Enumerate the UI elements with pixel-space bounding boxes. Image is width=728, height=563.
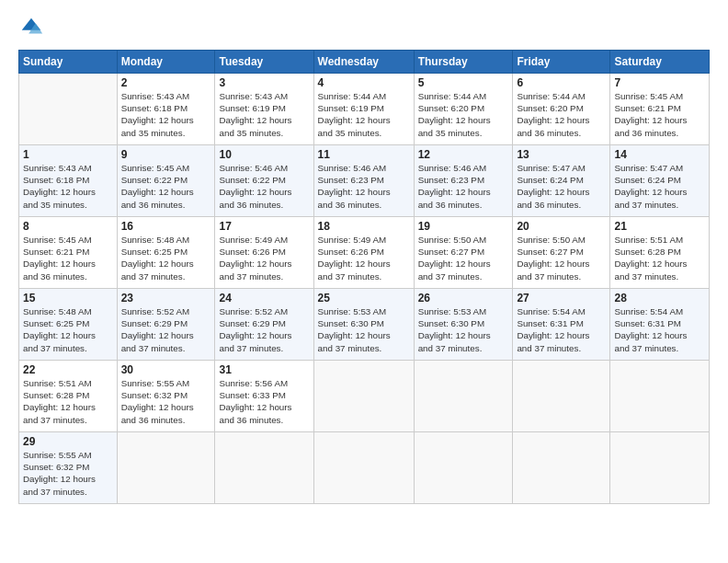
calendar-cell: 8Sunrise: 5:45 AM Sunset: 6:21 PM Daylig…: [19, 217, 118, 289]
day-info: Sunrise: 5:47 AM Sunset: 6:24 PM Dayligh…: [614, 162, 705, 211]
calendar-week-5: 22Sunrise: 5:51 AM Sunset: 6:28 PM Dayli…: [19, 361, 710, 432]
day-info: Sunrise: 5:47 AM Sunset: 6:24 PM Dayligh…: [517, 162, 606, 211]
calendar-header-wednesday: Wednesday: [313, 51, 414, 74]
day-info: Sunrise: 5:46 AM Sunset: 6:23 PM Dayligh…: [418, 162, 509, 211]
day-number: 20: [517, 220, 606, 233]
day-info: Sunrise: 5:53 AM Sunset: 6:30 PM Dayligh…: [318, 305, 410, 354]
day-info: Sunrise: 5:50 AM Sunset: 6:27 PM Dayligh…: [517, 234, 606, 282]
calendar-cell: 7Sunrise: 5:45 AM Sunset: 6:21 PM Daylig…: [610, 74, 710, 145]
day-info: Sunrise: 5:56 AM Sunset: 6:33 PM Dayligh…: [219, 377, 309, 426]
page: SundayMondayTuesdayWednesdayThursdayFrid…: [0, 0, 728, 563]
calendar-cell: 16Sunrise: 5:48 AM Sunset: 6:25 PM Dayli…: [117, 217, 215, 289]
header: [18, 15, 710, 40]
logo-icon: [18, 15, 44, 40]
day-info: Sunrise: 5:51 AM Sunset: 6:28 PM Dayligh…: [614, 234, 705, 282]
day-number: 24: [219, 292, 309, 304]
calendar-header-sunday: Sunday: [19, 51, 118, 74]
calendar-cell: [414, 432, 513, 504]
day-number: 15: [23, 292, 113, 304]
calendar-week-1: 2Sunrise: 5:43 AM Sunset: 6:18 PM Daylig…: [19, 74, 710, 145]
day-number: 7: [614, 76, 705, 89]
calendar-cell: 27Sunrise: 5:54 AM Sunset: 6:31 PM Dayli…: [513, 289, 610, 361]
day-number: 29: [23, 435, 113, 448]
day-number: 11: [318, 148, 410, 161]
day-number: 18: [318, 220, 410, 233]
calendar-cell: 26Sunrise: 5:53 AM Sunset: 6:30 PM Dayli…: [414, 289, 513, 361]
calendar-header-row: SundayMondayTuesdayWednesdayThursdayFrid…: [19, 51, 710, 74]
day-number: 12: [418, 148, 509, 161]
calendar-cell: 30Sunrise: 5:55 AM Sunset: 6:32 PM Dayli…: [117, 361, 215, 432]
calendar-cell: 25Sunrise: 5:53 AM Sunset: 6:30 PM Dayli…: [313, 289, 414, 361]
calendar-header-saturday: Saturday: [610, 51, 710, 74]
day-number: 25: [318, 292, 410, 304]
day-info: Sunrise: 5:55 AM Sunset: 6:32 PM Dayligh…: [121, 377, 211, 426]
day-info: Sunrise: 5:48 AM Sunset: 6:25 PM Dayligh…: [121, 234, 211, 282]
day-number: 17: [219, 220, 309, 233]
calendar-cell: 18Sunrise: 5:49 AM Sunset: 6:26 PM Dayli…: [313, 217, 414, 289]
calendar-cell: 21Sunrise: 5:51 AM Sunset: 6:28 PM Dayli…: [610, 217, 710, 289]
calendar-cell: [610, 432, 710, 504]
day-info: Sunrise: 5:43 AM Sunset: 6:19 PM Dayligh…: [219, 90, 309, 139]
day-number: 5: [418, 76, 509, 89]
day-info: Sunrise: 5:48 AM Sunset: 6:25 PM Dayligh…: [23, 305, 113, 354]
calendar-cell: 24Sunrise: 5:52 AM Sunset: 6:29 PM Dayli…: [215, 289, 313, 361]
calendar-cell: 29Sunrise: 5:55 AM Sunset: 6:32 PM Dayli…: [19, 432, 118, 504]
day-number: 31: [219, 363, 309, 376]
calendar-cell: 31Sunrise: 5:56 AM Sunset: 6:33 PM Dayli…: [215, 361, 313, 432]
day-number: 8: [23, 220, 113, 233]
day-number: 3: [219, 76, 309, 89]
calendar-cell: 9Sunrise: 5:45 AM Sunset: 6:22 PM Daylig…: [117, 145, 215, 217]
calendar-cell: 28Sunrise: 5:54 AM Sunset: 6:31 PM Dayli…: [610, 289, 710, 361]
day-info: Sunrise: 5:52 AM Sunset: 6:29 PM Dayligh…: [219, 305, 309, 354]
calendar-cell: 1Sunrise: 5:43 AM Sunset: 6:18 PM Daylig…: [19, 145, 118, 217]
logo: [18, 15, 48, 40]
day-info: Sunrise: 5:45 AM Sunset: 6:21 PM Dayligh…: [23, 234, 113, 282]
day-number: 16: [121, 220, 211, 233]
calendar-cell: [513, 361, 610, 432]
day-info: Sunrise: 5:46 AM Sunset: 6:22 PM Dayligh…: [219, 162, 309, 211]
day-number: 30: [121, 363, 211, 376]
day-info: Sunrise: 5:51 AM Sunset: 6:28 PM Dayligh…: [23, 377, 113, 426]
day-info: Sunrise: 5:55 AM Sunset: 6:32 PM Dayligh…: [23, 449, 113, 498]
calendar-cell: 12Sunrise: 5:46 AM Sunset: 6:23 PM Dayli…: [414, 145, 513, 217]
day-number: 6: [517, 76, 606, 89]
calendar-cell: 11Sunrise: 5:46 AM Sunset: 6:23 PM Dayli…: [313, 145, 414, 217]
calendar-header-tuesday: Tuesday: [215, 51, 313, 74]
calendar-cell: [215, 432, 313, 504]
calendar-cell: 23Sunrise: 5:52 AM Sunset: 6:29 PM Dayli…: [117, 289, 215, 361]
day-info: Sunrise: 5:44 AM Sunset: 6:20 PM Dayligh…: [418, 90, 509, 139]
calendar-cell: 6Sunrise: 5:44 AM Sunset: 6:20 PM Daylig…: [513, 74, 610, 145]
day-info: Sunrise: 5:54 AM Sunset: 6:31 PM Dayligh…: [614, 305, 705, 354]
calendar-cell: [513, 432, 610, 504]
calendar-cell: [117, 432, 215, 504]
calendar-cell: [313, 432, 414, 504]
day-number: 9: [121, 148, 211, 161]
calendar-cell: 13Sunrise: 5:47 AM Sunset: 6:24 PM Dayli…: [513, 145, 610, 217]
calendar-week-2: 1Sunrise: 5:43 AM Sunset: 6:18 PM Daylig…: [19, 145, 710, 217]
calendar-week-3: 8Sunrise: 5:45 AM Sunset: 6:21 PM Daylig…: [19, 217, 710, 289]
day-info: Sunrise: 5:44 AM Sunset: 6:20 PM Dayligh…: [517, 90, 606, 139]
calendar-header-thursday: Thursday: [414, 51, 513, 74]
calendar-cell: 15Sunrise: 5:48 AM Sunset: 6:25 PM Dayli…: [19, 289, 118, 361]
day-number: 22: [23, 363, 113, 376]
day-number: 19: [418, 220, 509, 233]
day-info: Sunrise: 5:54 AM Sunset: 6:31 PM Dayligh…: [517, 305, 606, 354]
day-info: Sunrise: 5:43 AM Sunset: 6:18 PM Dayligh…: [23, 162, 113, 211]
calendar-header-friday: Friday: [513, 51, 610, 74]
day-info: Sunrise: 5:49 AM Sunset: 6:26 PM Dayligh…: [219, 234, 309, 282]
calendar-cell: 14Sunrise: 5:47 AM Sunset: 6:24 PM Dayli…: [610, 145, 710, 217]
day-info: Sunrise: 5:44 AM Sunset: 6:19 PM Dayligh…: [318, 90, 410, 139]
calendar-cell: 10Sunrise: 5:46 AM Sunset: 6:22 PM Dayli…: [215, 145, 313, 217]
day-info: Sunrise: 5:46 AM Sunset: 6:23 PM Dayligh…: [318, 162, 410, 211]
calendar-cell: 4Sunrise: 5:44 AM Sunset: 6:19 PM Daylig…: [313, 74, 414, 145]
day-info: Sunrise: 5:49 AM Sunset: 6:26 PM Dayligh…: [318, 234, 410, 282]
day-number: 26: [418, 292, 509, 304]
calendar-cell: 5Sunrise: 5:44 AM Sunset: 6:20 PM Daylig…: [414, 74, 513, 145]
day-number: 23: [121, 292, 211, 304]
calendar-cell: 3Sunrise: 5:43 AM Sunset: 6:19 PM Daylig…: [215, 74, 313, 145]
calendar-cell: 22Sunrise: 5:51 AM Sunset: 6:28 PM Dayli…: [19, 361, 118, 432]
calendar-week-4: 15Sunrise: 5:48 AM Sunset: 6:25 PM Dayli…: [19, 289, 710, 361]
day-number: 14: [614, 148, 705, 161]
day-number: 10: [219, 148, 309, 161]
day-info: Sunrise: 5:45 AM Sunset: 6:21 PM Dayligh…: [614, 90, 705, 139]
